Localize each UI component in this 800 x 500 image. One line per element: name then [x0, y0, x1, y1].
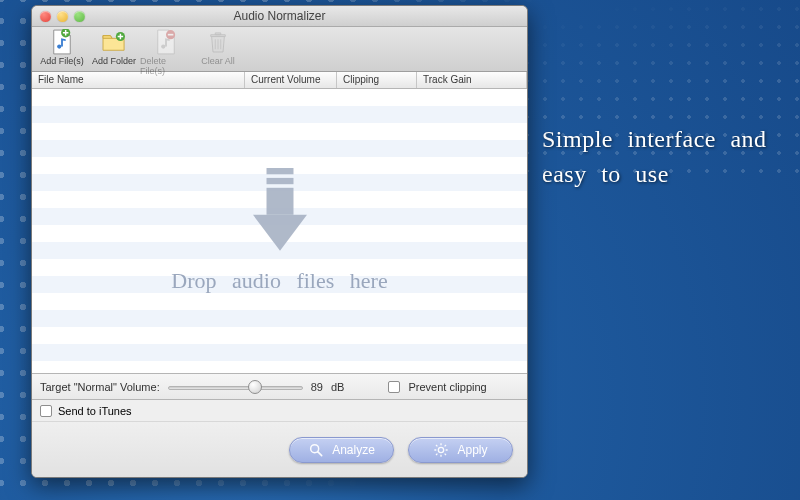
apply-button[interactable]: Apply — [408, 437, 513, 463]
apply-label: Apply — [457, 443, 487, 457]
trash-icon — [204, 29, 232, 55]
send-itunes-row: Send to iTunes — [32, 400, 527, 422]
toolbar-label: Add File(s) — [40, 56, 84, 66]
col-file-name[interactable]: File Name — [32, 72, 245, 88]
drop-arrow-icon — [245, 168, 315, 258]
toolbar-label: Add Folder — [92, 56, 136, 66]
drop-area[interactable]: Drop audio files here — [32, 89, 527, 374]
delete-file-icon — [152, 29, 180, 55]
toolbar-label: Clear All — [201, 56, 235, 66]
column-headers: File Name Current Volume Clipping Track … — [32, 72, 527, 89]
target-volume-row: Target "Normal" Volume: 89 dB Prevent cl… — [32, 374, 527, 400]
target-volume-value: 89 — [311, 381, 323, 393]
svg-rect-7 — [266, 188, 293, 215]
footer: Analyze Apply — [32, 422, 527, 477]
add-folder-icon — [100, 29, 128, 55]
svg-rect-5 — [266, 168, 293, 174]
window-title: Audio Normalizer — [32, 9, 527, 23]
svg-point-9 — [439, 447, 444, 452]
svg-rect-6 — [266, 178, 293, 184]
col-clipping[interactable]: Clipping — [337, 72, 417, 88]
analyze-button[interactable]: Analyze — [289, 437, 394, 463]
gear-icon — [433, 442, 449, 458]
col-track-gain[interactable]: Track Gain — [417, 72, 527, 88]
svg-point-0 — [57, 44, 61, 48]
target-volume-unit: dB — [331, 381, 344, 393]
target-volume-label: Target "Normal" Volume: — [40, 381, 160, 393]
promo-text: Simple interface and easy to use — [542, 122, 772, 192]
target-volume-slider[interactable] — [168, 380, 303, 394]
svg-point-3 — [161, 44, 165, 48]
app-window: Audio Normalizer Add File(s) Add Folder … — [31, 5, 528, 478]
add-files-button[interactable]: Add File(s) — [36, 29, 88, 66]
send-itunes-checkbox[interactable] — [40, 405, 52, 417]
toolbar: Add File(s) Add Folder Delete File(s) Cl… — [32, 27, 527, 72]
clear-all-button: Clear All — [192, 29, 244, 66]
add-folder-button[interactable]: Add Folder — [88, 29, 140, 66]
delete-files-button: Delete File(s) — [140, 29, 192, 76]
titlebar: Audio Normalizer — [32, 6, 527, 27]
send-itunes-label: Send to iTunes — [58, 405, 132, 417]
prevent-clipping-checkbox[interactable] — [388, 381, 400, 393]
add-file-icon — [48, 29, 76, 55]
col-current-volume[interactable]: Current Volume — [245, 72, 337, 88]
toolbar-label: Delete File(s) — [140, 56, 192, 76]
prevent-clipping-label: Prevent clipping — [408, 381, 486, 393]
drop-text: Drop audio files here — [171, 268, 387, 294]
magnifier-icon — [308, 442, 324, 458]
analyze-label: Analyze — [332, 443, 375, 457]
